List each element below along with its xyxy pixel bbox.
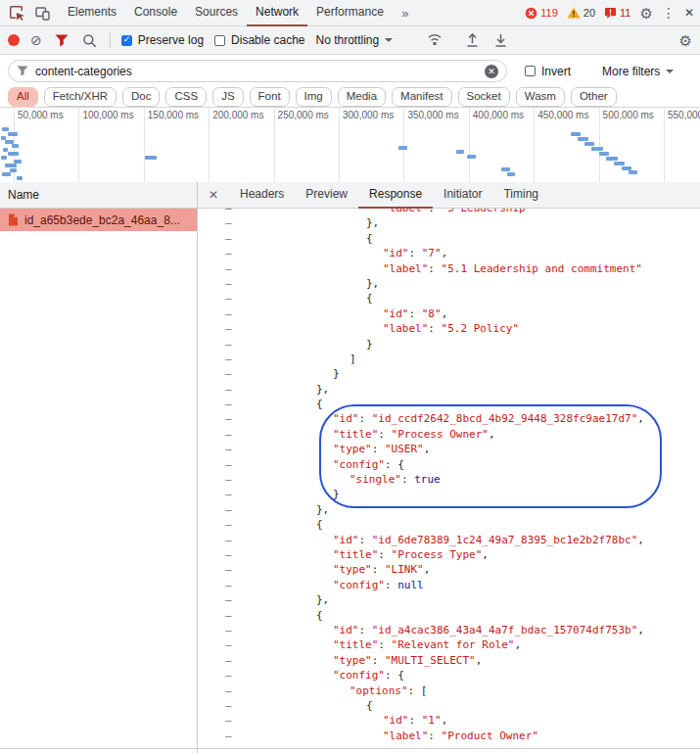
disable-cache-checkbox[interactable]: Disable cache bbox=[214, 33, 304, 47]
tab-headers[interactable]: Headers bbox=[229, 182, 295, 209]
fold-marker-icon[interactable]: – bbox=[225, 352, 232, 366]
clear-network-log-icon[interactable]: ⊘ bbox=[30, 33, 42, 47]
network-overview-timeline[interactable]: 50,000 ms100,000 ms150,000 ms200,000 ms2… bbox=[0, 108, 700, 183]
fold-marker-icon[interactable]: – bbox=[225, 382, 232, 397]
filter-chip-css[interactable]: CSS bbox=[165, 87, 207, 107]
clear-filter-icon[interactable]: ✕ bbox=[485, 65, 498, 78]
timeline-request-bar[interactable] bbox=[629, 170, 637, 174]
tab-sources[interactable]: Sources bbox=[186, 0, 247, 26]
network-settings-gear-icon[interactable]: ⚙ bbox=[679, 33, 692, 48]
name-column-header[interactable]: Name bbox=[0, 182, 197, 209]
timeline-request-bar[interactable] bbox=[456, 150, 464, 154]
export-har-icon[interactable] bbox=[491, 27, 509, 53]
fold-marker-icon[interactable]: – bbox=[225, 517, 232, 532]
response-viewer[interactable]: –"label": "5 Leadership"–},–{–"id": "7",… bbox=[198, 209, 700, 753]
request-row[interactable]: id_a65b3ede_bc2a_46aa_8... bbox=[0, 209, 197, 231]
fold-marker-icon[interactable]: – bbox=[225, 713, 232, 728]
filter-input[interactable]: content-categories ✕ bbox=[8, 60, 507, 82]
fold-marker-icon[interactable]: – bbox=[225, 411, 232, 426]
warning-badge[interactable]: 20 bbox=[567, 7, 595, 19]
tab-network[interactable]: Network bbox=[247, 0, 307, 26]
error-badge[interactable]: 119 bbox=[525, 7, 558, 20]
fold-marker-icon[interactable]: – bbox=[225, 276, 232, 291]
fold-marker-icon[interactable]: – bbox=[225, 457, 232, 472]
settings-gear-icon[interactable]: ⚙ bbox=[639, 6, 652, 21]
fold-marker-icon[interactable]: – bbox=[225, 533, 232, 547]
filter-chip-font[interactable]: Font bbox=[250, 87, 290, 107]
fold-marker-icon[interactable]: – bbox=[225, 291, 232, 306]
record-network-log-button[interactable] bbox=[8, 34, 20, 46]
timeline-request-bar[interactable] bbox=[2, 127, 9, 131]
fold-marker-icon[interactable]: – bbox=[225, 261, 232, 276]
fold-marker-icon[interactable]: – bbox=[225, 487, 232, 501]
import-har-icon[interactable] bbox=[463, 27, 481, 53]
kebab-menu-icon[interactable]: ⋮ bbox=[662, 6, 676, 20]
tab-console[interactable]: Console bbox=[125, 0, 186, 26]
timeline-request-bar[interactable] bbox=[145, 156, 157, 160]
fold-marker-icon[interactable]: – bbox=[225, 578, 232, 592]
tab-initiator[interactable]: Initiator bbox=[433, 182, 492, 209]
fold-marker-icon[interactable]: – bbox=[225, 321, 232, 336]
timeline-request-bar[interactable] bbox=[571, 132, 581, 136]
close-devtools-icon[interactable]: ✕ bbox=[684, 7, 694, 19]
fold-marker-icon[interactable]: – bbox=[225, 397, 232, 411]
timeline-request-bar[interactable] bbox=[507, 172, 515, 176]
timeline-request-bar[interactable] bbox=[501, 167, 510, 171]
fold-marker-icon[interactable]: – bbox=[225, 246, 232, 260]
timeline-request-bar[interactable] bbox=[578, 137, 588, 141]
timeline-request-bar[interactable] bbox=[8, 152, 19, 156]
fold-marker-icon[interactable]: – bbox=[225, 442, 232, 456]
tab-elements[interactable]: Elements bbox=[59, 0, 125, 26]
fold-marker-icon[interactable]: – bbox=[225, 502, 232, 517]
fold-marker-icon[interactable]: – bbox=[225, 472, 232, 487]
fold-marker-icon[interactable]: – bbox=[225, 231, 232, 246]
filter-chip-fetch-xhr[interactable]: Fetch/XHR bbox=[44, 87, 117, 107]
timeline-request-bar[interactable] bbox=[584, 142, 594, 146]
fold-marker-icon[interactable]: – bbox=[225, 698, 232, 713]
timeline-request-bar[interactable] bbox=[591, 147, 603, 151]
network-conditions-icon[interactable] bbox=[425, 27, 444, 53]
timeline-request-bar[interactable] bbox=[12, 144, 19, 148]
issues-badge[interactable]: 11 bbox=[604, 7, 630, 20]
fold-marker-icon[interactable]: – bbox=[225, 668, 232, 682]
timeline-request-bar[interactable] bbox=[8, 132, 18, 136]
fold-marker-icon[interactable]: – bbox=[225, 209, 232, 215]
fold-marker-icon[interactable]: – bbox=[225, 592, 232, 607]
filter-toggle-icon[interactable] bbox=[53, 27, 70, 53]
device-toolbar-icon[interactable] bbox=[29, 0, 55, 25]
filter-chip-manifest[interactable]: Manifest bbox=[392, 87, 451, 107]
more-panels-icon[interactable]: » bbox=[393, 0, 418, 25]
timeline-request-bar[interactable] bbox=[17, 176, 23, 180]
filter-chip-other[interactable]: Other bbox=[571, 87, 617, 107]
timeline-request-bar[interactable] bbox=[10, 168, 17, 172]
filter-chip-socket[interactable]: Socket bbox=[458, 87, 510, 107]
fold-marker-icon[interactable]: – bbox=[225, 623, 232, 637]
tab-preview[interactable]: Preview bbox=[295, 182, 358, 209]
fold-marker-icon[interactable]: – bbox=[225, 337, 232, 352]
timeline-request-bar[interactable] bbox=[614, 162, 625, 165]
timeline-request-bar[interactable] bbox=[599, 152, 609, 156]
preserve-log-checkbox[interactable]: Preserve log bbox=[121, 33, 204, 47]
inspect-element-icon[interactable] bbox=[4, 0, 29, 25]
fold-marker-icon[interactable]: – bbox=[225, 562, 232, 577]
fold-marker-icon[interactable]: – bbox=[225, 547, 232, 562]
filter-chip-js[interactable]: JS bbox=[212, 87, 243, 107]
throttling-dropdown[interactable]: No throttling bbox=[315, 33, 393, 47]
fold-marker-icon[interactable]: – bbox=[225, 306, 232, 321]
tab-timing[interactable]: Timing bbox=[492, 182, 549, 209]
tab-response[interactable]: Response bbox=[358, 182, 433, 209]
timeline-request-bar[interactable] bbox=[606, 157, 618, 161]
filter-chip-all[interactable]: All bbox=[8, 87, 38, 107]
timeline-request-bar[interactable] bbox=[467, 155, 476, 159]
timeline-request-bar[interactable] bbox=[2, 172, 11, 176]
close-detail-icon[interactable]: ✕ bbox=[198, 188, 229, 202]
timeline-request-bar[interactable] bbox=[5, 164, 17, 167]
filter-chip-wasm[interactable]: Wasm bbox=[516, 87, 565, 107]
invert-filter-checkbox[interactable]: Invert bbox=[525, 65, 571, 78]
filter-chip-doc[interactable]: Doc bbox=[122, 87, 160, 107]
timeline-request-bar[interactable] bbox=[398, 146, 407, 150]
fold-marker-icon[interactable]: – bbox=[225, 729, 232, 743]
fold-marker-icon[interactable]: – bbox=[225, 427, 232, 442]
timeline-request-bar[interactable] bbox=[1, 156, 7, 160]
fold-marker-icon[interactable]: – bbox=[225, 366, 232, 381]
